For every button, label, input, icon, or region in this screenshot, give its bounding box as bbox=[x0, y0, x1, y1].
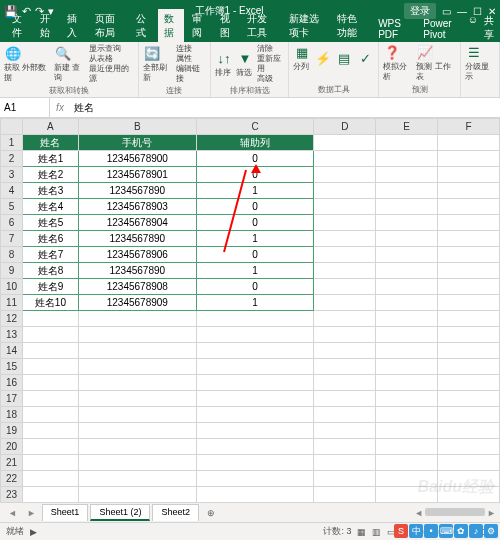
hscroll-left-icon[interactable]: ◄ bbox=[414, 508, 423, 518]
col-header-A[interactable]: A bbox=[22, 119, 78, 135]
ime-icon-3[interactable]: • bbox=[424, 524, 438, 538]
cell-phone-5[interactable]: 1234567890 bbox=[78, 231, 196, 247]
ime-icon-7[interactable]: ⚙ bbox=[484, 524, 498, 538]
col-header-F[interactable]: F bbox=[438, 119, 500, 135]
cell-aux-8[interactable]: 0 bbox=[196, 279, 314, 295]
cell-aux-7[interactable]: 1 bbox=[196, 263, 314, 279]
reapply[interactable]: 重新应用 bbox=[257, 54, 284, 74]
cell-aux-4[interactable]: 0 bbox=[196, 215, 314, 231]
ribbon-tab-11[interactable]: WPS PDF bbox=[372, 15, 415, 42]
row-header-10[interactable]: 10 bbox=[1, 279, 23, 295]
cell-name-2[interactable]: 姓名3 bbox=[22, 183, 78, 199]
ribbon-tab-7[interactable]: 视图 bbox=[214, 9, 240, 42]
from-table[interactable]: 从表格 bbox=[89, 54, 134, 64]
col-header-E[interactable]: E bbox=[376, 119, 438, 135]
row-header-14[interactable]: 14 bbox=[1, 343, 23, 359]
ime-icon-4[interactable]: ⌨ bbox=[439, 524, 453, 538]
cell-phone-9[interactable]: 12345678909 bbox=[78, 295, 196, 311]
row-header-12[interactable]: 12 bbox=[1, 311, 23, 327]
row-header-1[interactable]: 1 bbox=[1, 135, 23, 151]
cell-name-8[interactable]: 姓名9 bbox=[22, 279, 78, 295]
ribbon-tab-8[interactable]: 开发工具 bbox=[241, 9, 280, 42]
row-header-4[interactable]: 4 bbox=[1, 183, 23, 199]
cell-aux-2[interactable]: 1 bbox=[196, 183, 314, 199]
cell-aux-3[interactable]: 0 bbox=[196, 199, 314, 215]
ribbon-tab-3[interactable]: 页面布局 bbox=[89, 9, 128, 42]
cell-phone-7[interactable]: 1234567890 bbox=[78, 263, 196, 279]
flash-fill-icon[interactable]: ⚡ bbox=[314, 49, 332, 67]
cell-name-5[interactable]: 姓名6 bbox=[22, 231, 78, 247]
show-queries[interactable]: 显示查询 bbox=[89, 44, 134, 54]
col-header-D[interactable]: D bbox=[314, 119, 376, 135]
properties[interactable]: 属性 bbox=[176, 54, 206, 64]
row-header-21[interactable]: 21 bbox=[1, 455, 23, 471]
hscroll-track[interactable] bbox=[425, 508, 485, 516]
whatif-button[interactable]: ❓模拟分析 bbox=[383, 44, 413, 82]
row-header-22[interactable]: 22 bbox=[1, 471, 23, 487]
sheet-tab-2[interactable]: Sheet2 bbox=[152, 504, 199, 521]
new-query-button[interactable]: 🔍新建 查询 bbox=[54, 45, 86, 83]
ribbon-tab-4[interactable]: 公式 bbox=[130, 9, 156, 42]
row-header-20[interactable]: 20 bbox=[1, 439, 23, 455]
ime-icon-2[interactable]: 中 bbox=[409, 524, 423, 538]
row-header-11[interactable]: 11 bbox=[1, 295, 23, 311]
col-header-C[interactable]: C bbox=[196, 119, 314, 135]
cell-phone-1[interactable]: 12345678901 bbox=[78, 167, 196, 183]
ribbon-tab-5[interactable]: 数据 bbox=[158, 9, 184, 42]
ribbon-tab-0[interactable]: 文件 bbox=[6, 9, 32, 42]
row-header-7[interactable]: 7 bbox=[1, 231, 23, 247]
cell-phone-4[interactable]: 12345678904 bbox=[78, 215, 196, 231]
refresh-all-button[interactable]: 🔄全部刷新 bbox=[143, 45, 173, 83]
ribbon-tab-9[interactable]: 新建选项卡 bbox=[283, 9, 329, 42]
advanced[interactable]: 高级 bbox=[257, 74, 284, 84]
col-header-B[interactable]: B bbox=[78, 119, 196, 135]
edit-links[interactable]: 编辑链接 bbox=[176, 64, 206, 84]
sheet-nav-next-icon[interactable]: ► bbox=[23, 508, 40, 518]
ribbon-tab-2[interactable]: 插入 bbox=[61, 9, 87, 42]
fx-icon[interactable]: fx bbox=[50, 102, 70, 113]
cell-phone-6[interactable]: 12345678906 bbox=[78, 247, 196, 263]
validation-icon[interactable]: ✓ bbox=[356, 49, 374, 67]
row-header-17[interactable]: 17 bbox=[1, 391, 23, 407]
table-header-0[interactable]: 姓名 bbox=[22, 135, 78, 151]
clear-filter[interactable]: 清除 bbox=[257, 44, 284, 54]
row-header-5[interactable]: 5 bbox=[1, 199, 23, 215]
cell-name-7[interactable]: 姓名8 bbox=[22, 263, 78, 279]
tell-me-icon[interactable]: ☺ bbox=[468, 14, 478, 42]
cell-name-4[interactable]: 姓名5 bbox=[22, 215, 78, 231]
row-header-6[interactable]: 6 bbox=[1, 215, 23, 231]
row-header-16[interactable]: 16 bbox=[1, 375, 23, 391]
sheet-tab-1[interactable]: Sheet1 (2) bbox=[90, 504, 150, 521]
cell-phone-3[interactable]: 12345678903 bbox=[78, 199, 196, 215]
row-header-13[interactable]: 13 bbox=[1, 327, 23, 343]
row-header-8[interactable]: 8 bbox=[1, 247, 23, 263]
row-header-9[interactable]: 9 bbox=[1, 263, 23, 279]
table-header-2[interactable]: 辅助列 bbox=[196, 135, 314, 151]
ribbon-tab-1[interactable]: 开始 bbox=[34, 9, 60, 42]
text-to-columns-button[interactable]: ▦分列 bbox=[293, 44, 311, 72]
filter-button[interactable]: ▼筛选 bbox=[236, 50, 254, 78]
hscroll-right-icon[interactable]: ► bbox=[487, 508, 496, 518]
ribbon-tab-6[interactable]: 审阅 bbox=[186, 9, 212, 42]
ribbon-tab-10[interactable]: 特色功能 bbox=[331, 9, 370, 42]
row-header-19[interactable]: 19 bbox=[1, 423, 23, 439]
cell-name-3[interactable]: 姓名4 bbox=[22, 199, 78, 215]
sheet-nav-prev-icon[interactable]: ◄ bbox=[4, 508, 21, 518]
external-data-button[interactable]: 🌐获取 外部数据 bbox=[4, 45, 51, 83]
name-box[interactable]: A1 bbox=[0, 98, 50, 117]
formula-input[interactable]: 姓名 bbox=[70, 101, 500, 115]
connections[interactable]: 连接 bbox=[176, 44, 206, 54]
add-sheet-icon[interactable]: ⊕ bbox=[201, 508, 221, 518]
share-button[interactable]: 共享 bbox=[484, 14, 494, 42]
cell-phone-8[interactable]: 12345678908 bbox=[78, 279, 196, 295]
row-header-23[interactable]: 23 bbox=[1, 487, 23, 503]
forecast-button[interactable]: 📈预测 工作表 bbox=[416, 44, 456, 82]
cell-name-6[interactable]: 姓名7 bbox=[22, 247, 78, 263]
cell-phone-2[interactable]: 1234567890 bbox=[78, 183, 196, 199]
table-header-1[interactable]: 手机号 bbox=[78, 135, 196, 151]
ime-icon-6[interactable]: ♪ bbox=[469, 524, 483, 538]
ime-icon-1[interactable]: S bbox=[394, 524, 408, 538]
row-header-15[interactable]: 15 bbox=[1, 359, 23, 375]
row-header-2[interactable]: 2 bbox=[1, 151, 23, 167]
cell-name-9[interactable]: 姓名10 bbox=[22, 295, 78, 311]
